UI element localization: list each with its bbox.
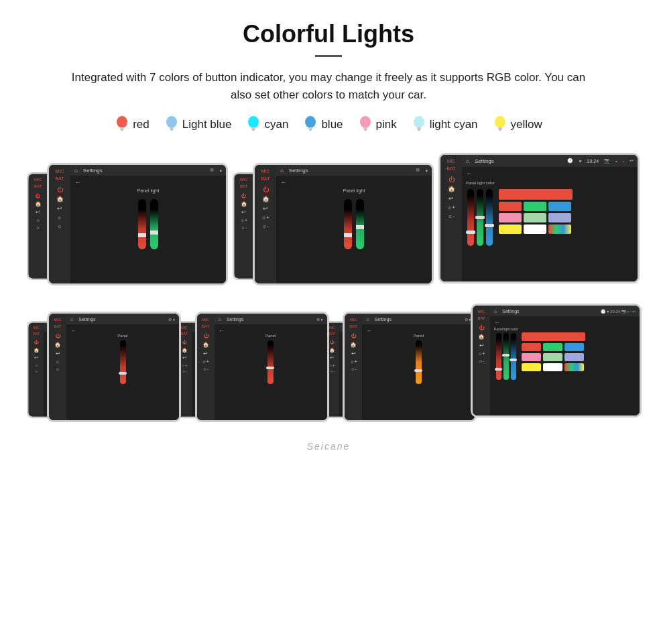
svg-point-0: [117, 116, 127, 128]
svg-point-15: [414, 116, 424, 128]
watermark: Seicane: [27, 441, 630, 452]
svg-rect-2: [121, 129, 123, 131]
svg-rect-14: [364, 129, 367, 131]
svg-rect-10: [308, 127, 312, 129]
bottom-screens-row: MIC BAT ⏻ 🏠 ↩ ☼ ☼ ⌂ Settings: [27, 304, 630, 436]
page-title: Colorful Lights: [27, 20, 630, 48]
color-label-blue: blue: [321, 118, 343, 131]
color-label-pink: pink: [376, 118, 397, 131]
color-label-cyan: cyan: [264, 118, 288, 131]
svg-point-3: [166, 116, 177, 128]
svg-point-6: [248, 116, 259, 128]
color-item-pink: pink: [358, 115, 397, 134]
screen-group-bottom-3: MIC BAT ⏻ 🏠 ↩ ☼+ ☼- ⌂ Settings: [322, 312, 459, 436]
bulb-icon-blue: [303, 115, 318, 134]
svg-rect-11: [309, 129, 312, 131]
top-screens-row: MIC BAT ⏻ 🏠 ↩ ☼ ☼ ⌂ Settings: [27, 153, 630, 297]
screen-color-swatches: MIC BAT ⏻ 🏠 ↩ ☼+ ☼- ⌂ Settings: [438, 153, 640, 283]
color-item-red: red: [115, 115, 150, 134]
screen-bottom-swatches: MIC BAT ⏻ 🏠 ↩ ☼+ ☼- ⌂ Settings: [471, 304, 642, 417]
svg-point-12: [360, 116, 371, 128]
title-section: Colorful Lights: [27, 20, 630, 57]
screen-group-bottom-4: MIC BAT ⏻ 🏠 ↩ ☼+ ☼- ⌂ Settings: [471, 304, 630, 428]
svg-rect-17: [418, 129, 420, 131]
color-item-blue: blue: [303, 115, 343, 134]
color-item-yellow: yellow: [493, 115, 542, 134]
svg-rect-8: [252, 129, 255, 131]
color-label-lightcyan: light cyan: [430, 118, 478, 131]
color-item-lightcyan: light cyan: [412, 115, 478, 134]
screen-group-bottom-2: MIC BAT ⏻ 🏠 ↩ ☼+ ☼- ⌂ Settings: [175, 312, 311, 436]
screen-bottom-front-2: MIC BAT ⏻ 🏠 ↩ ☼+ ☼- ⌂ Settings: [195, 312, 329, 422]
bulb-icon-lightcyan: [412, 115, 426, 134]
screen-front-2: MIC BAT ⏻ 🏠 ↩ ☼+ ☼- ⌂ Settings: [253, 163, 434, 285]
svg-rect-16: [417, 127, 421, 129]
svg-rect-13: [363, 127, 367, 129]
color-label-yellow: yellow: [511, 118, 542, 131]
bulb-icon-red: [115, 115, 129, 134]
title-divider: [315, 55, 342, 57]
page-container: Colorful Lights Integrated with 7 colors…: [0, 0, 657, 472]
svg-rect-19: [498, 127, 502, 129]
svg-rect-7: [251, 127, 255, 129]
bulb-icon-yellow: [493, 115, 507, 134]
screen-group-top-1: MIC BAT ⏻ 🏠 ↩ ☼ ☼ ⌂ Settings: [27, 163, 213, 297]
color-item-lightblue: Light blue: [164, 115, 232, 134]
screen-group-top-3: MIC BAT ⏻ 🏠 ↩ ☼+ ☼- ⌂ Settings: [438, 153, 630, 287]
screen-group-bottom-1: MIC BAT ⏻ 🏠 ↩ ☼ ☼ ⌂ Settings: [27, 312, 163, 436]
svg-rect-4: [170, 127, 174, 129]
color-indicators-row: red Light blue cyan: [27, 115, 630, 134]
color-label-lightblue: Light blue: [182, 118, 232, 131]
description-text: Integrated with 7 colors of button indic…: [60, 69, 597, 103]
svg-point-9: [305, 116, 316, 128]
svg-rect-5: [170, 129, 173, 131]
screen-bottom-front-1: MIC BAT ⏻ 🏠 ↩ ☼ ☼ ⌂ Settings: [47, 312, 181, 422]
svg-point-18: [495, 116, 505, 128]
svg-rect-1: [120, 127, 124, 129]
screen-bottom-front-3: MIC BAT ⏻ 🏠 ↩ ☼+ ☼- ⌂ Settings: [343, 312, 477, 422]
color-label-red: red: [133, 118, 150, 131]
bulb-icon-cyan: [246, 115, 261, 134]
watermark-text: Seicane: [307, 441, 351, 452]
screen-group-top-2: MIC BAT ⏻ 🏠 ↩ ☼+ ☼- ⌂ Settings: [233, 163, 418, 297]
bulb-icon-pink: [358, 115, 373, 134]
svg-rect-20: [499, 129, 501, 131]
screen-front-1: MIC BAT ⏻ 🏠 ↩ ☼ ☼ ⌂ Settings: [47, 163, 228, 285]
color-item-cyan: cyan: [246, 115, 288, 134]
bulb-icon-lightblue: [164, 115, 179, 134]
